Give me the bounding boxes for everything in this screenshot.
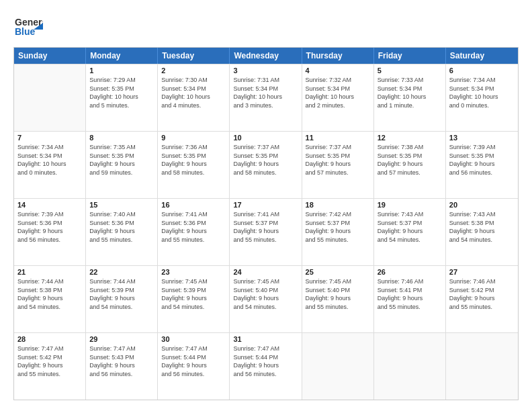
day-info: Sunrise: 7:30 AM Sunset: 5:34 PM Dayligh… xyxy=(161,76,226,109)
day-info: Sunrise: 7:42 AM Sunset: 5:37 PM Dayligh… xyxy=(306,210,370,244)
cal-cell: 6Sunrise: 7:34 AM Sunset: 5:34 PM Daylig… xyxy=(446,64,518,131)
day-number: 1 xyxy=(89,66,154,75)
calendar-body: 1Sunrise: 7:29 AM Sunset: 5:35 PM Daylig… xyxy=(14,64,518,400)
day-number: 16 xyxy=(161,201,226,209)
day-info: Sunrise: 7:35 AM Sunset: 5:35 PM Dayligh… xyxy=(89,143,154,177)
cal-cell: 16Sunrise: 7:41 AM Sunset: 5:36 PM Dayli… xyxy=(158,199,230,265)
day-info: Sunrise: 7:41 AM Sunset: 5:37 PM Dayligh… xyxy=(233,210,298,244)
week-row-3: 21Sunrise: 7:44 AM Sunset: 5:38 PM Dayli… xyxy=(14,265,518,332)
day-info: Sunrise: 7:34 AM Sunset: 5:34 PM Dayligh… xyxy=(17,143,82,177)
cal-cell: 19Sunrise: 7:43 AM Sunset: 5:37 PM Dayli… xyxy=(374,199,446,265)
day-info: Sunrise: 7:46 AM Sunset: 5:41 PM Dayligh… xyxy=(378,277,442,311)
cal-cell: 4Sunrise: 7:32 AM Sunset: 5:34 PM Daylig… xyxy=(302,64,374,131)
day-info: Sunrise: 7:44 AM Sunset: 5:39 PM Dayligh… xyxy=(89,277,154,311)
day-info: Sunrise: 7:31 AM Sunset: 5:34 PM Dayligh… xyxy=(233,76,298,109)
cal-cell: 21Sunrise: 7:44 AM Sunset: 5:38 PM Dayli… xyxy=(14,266,86,332)
cal-cell: 9Sunrise: 7:36 AM Sunset: 5:35 PM Daylig… xyxy=(158,132,230,198)
day-number: 4 xyxy=(306,66,370,75)
cal-cell: 15Sunrise: 7:40 AM Sunset: 5:36 PM Dayli… xyxy=(86,199,158,265)
day-info: Sunrise: 7:45 AM Sunset: 5:40 PM Dayligh… xyxy=(233,277,298,311)
cal-cell xyxy=(302,333,374,400)
cal-cell: 27Sunrise: 7:46 AM Sunset: 5:42 PM Dayli… xyxy=(446,266,518,332)
day-info: Sunrise: 7:47 AM Sunset: 5:44 PM Dayligh… xyxy=(233,345,298,378)
day-info: Sunrise: 7:47 AM Sunset: 5:44 PM Dayligh… xyxy=(161,345,226,378)
calendar: SundayMondayTuesdayWednesdayThursdayFrid… xyxy=(13,47,519,400)
cal-cell: 22Sunrise: 7:44 AM Sunset: 5:39 PM Dayli… xyxy=(86,266,158,332)
day-number: 13 xyxy=(449,134,515,142)
day-number: 22 xyxy=(89,268,154,276)
cal-cell: 1Sunrise: 7:29 AM Sunset: 5:35 PM Daylig… xyxy=(86,64,158,131)
cal-cell xyxy=(374,333,446,400)
day-info: Sunrise: 7:43 AM Sunset: 5:37 PM Dayligh… xyxy=(378,210,442,244)
day-number: 10 xyxy=(233,134,298,142)
cal-cell: 13Sunrise: 7:39 AM Sunset: 5:35 PM Dayli… xyxy=(446,132,518,198)
day-info: Sunrise: 7:39 AM Sunset: 5:35 PM Dayligh… xyxy=(449,143,515,177)
cal-cell: 18Sunrise: 7:42 AM Sunset: 5:37 PM Dayli… xyxy=(302,199,374,265)
day-number: 2 xyxy=(161,66,226,75)
day-info: Sunrise: 7:38 AM Sunset: 5:35 PM Dayligh… xyxy=(378,143,442,177)
cal-cell: 31Sunrise: 7:47 AM Sunset: 5:44 PM Dayli… xyxy=(230,333,302,400)
day-number: 3 xyxy=(233,66,298,75)
day-info: Sunrise: 7:45 AM Sunset: 5:40 PM Dayligh… xyxy=(306,277,370,311)
logo: General Blue xyxy=(13,11,43,40)
day-info: Sunrise: 7:29 AM Sunset: 5:35 PM Dayligh… xyxy=(89,76,154,109)
day-number: 28 xyxy=(17,335,82,343)
day-number: 25 xyxy=(306,268,370,276)
cal-cell: 11Sunrise: 7:37 AM Sunset: 5:35 PM Dayli… xyxy=(302,132,374,198)
cal-cell: 26Sunrise: 7:46 AM Sunset: 5:41 PM Dayli… xyxy=(374,266,446,332)
cal-cell: 24Sunrise: 7:45 AM Sunset: 5:40 PM Dayli… xyxy=(230,266,302,332)
cal-cell: 20Sunrise: 7:43 AM Sunset: 5:38 PM Dayli… xyxy=(446,199,518,265)
day-info: Sunrise: 7:33 AM Sunset: 5:34 PM Dayligh… xyxy=(378,76,442,109)
cal-cell: 23Sunrise: 7:45 AM Sunset: 5:39 PM Dayli… xyxy=(158,266,230,332)
day-number: 8 xyxy=(89,134,154,142)
day-number: 11 xyxy=(306,134,370,142)
header-day-wednesday: Wednesday xyxy=(230,48,302,64)
day-info: Sunrise: 7:47 AM Sunset: 5:43 PM Dayligh… xyxy=(89,345,154,378)
header-day-sunday: Sunday xyxy=(14,48,86,64)
day-number: 24 xyxy=(233,268,298,276)
day-number: 29 xyxy=(89,335,154,343)
day-info: Sunrise: 7:45 AM Sunset: 5:39 PM Dayligh… xyxy=(161,277,226,311)
day-number: 5 xyxy=(378,66,442,75)
header-day-tuesday: Tuesday xyxy=(158,48,230,64)
calendar-header: SundayMondayTuesdayWednesdayThursdayFrid… xyxy=(14,48,518,64)
day-number: 9 xyxy=(161,134,226,142)
svg-text:Blue: Blue xyxy=(15,26,36,37)
week-row-2: 14Sunrise: 7:39 AM Sunset: 5:36 PM Dayli… xyxy=(14,198,518,265)
header-day-saturday: Saturday xyxy=(446,48,518,64)
cal-cell: 12Sunrise: 7:38 AM Sunset: 5:35 PM Dayli… xyxy=(374,132,446,198)
day-info: Sunrise: 7:47 AM Sunset: 5:42 PM Dayligh… xyxy=(17,345,82,378)
day-info: Sunrise: 7:43 AM Sunset: 5:38 PM Dayligh… xyxy=(449,210,515,244)
cal-cell: 5Sunrise: 7:33 AM Sunset: 5:34 PM Daylig… xyxy=(374,64,446,131)
day-number: 20 xyxy=(449,201,515,209)
week-row-0: 1Sunrise: 7:29 AM Sunset: 5:35 PM Daylig… xyxy=(14,64,518,131)
day-info: Sunrise: 7:37 AM Sunset: 5:35 PM Dayligh… xyxy=(233,143,298,177)
day-number: 27 xyxy=(449,268,515,276)
cal-cell: 8Sunrise: 7:35 AM Sunset: 5:35 PM Daylig… xyxy=(86,132,158,198)
day-number: 30 xyxy=(161,335,226,343)
week-row-1: 7Sunrise: 7:34 AM Sunset: 5:34 PM Daylig… xyxy=(14,131,518,198)
logo-icon: General Blue xyxy=(13,11,43,40)
header-day-friday: Friday xyxy=(374,48,446,64)
day-info: Sunrise: 7:40 AM Sunset: 5:36 PM Dayligh… xyxy=(89,210,154,244)
day-number: 19 xyxy=(378,201,442,209)
day-info: Sunrise: 7:37 AM Sunset: 5:35 PM Dayligh… xyxy=(306,143,370,177)
cal-cell xyxy=(14,64,86,131)
cal-cell: 29Sunrise: 7:47 AM Sunset: 5:43 PM Dayli… xyxy=(86,333,158,400)
cal-cell: 25Sunrise: 7:45 AM Sunset: 5:40 PM Dayli… xyxy=(302,266,374,332)
day-info: Sunrise: 7:46 AM Sunset: 5:42 PM Dayligh… xyxy=(449,277,515,311)
day-info: Sunrise: 7:36 AM Sunset: 5:35 PM Dayligh… xyxy=(161,143,226,177)
page: General Blue SundayMondayTuesdayWednesda… xyxy=(0,0,532,411)
day-number: 6 xyxy=(449,66,515,75)
day-number: 7 xyxy=(17,134,82,142)
day-number: 26 xyxy=(378,268,442,276)
day-number: 14 xyxy=(17,201,82,209)
day-info: Sunrise: 7:39 AM Sunset: 5:36 PM Dayligh… xyxy=(17,210,82,244)
cal-cell: 30Sunrise: 7:47 AM Sunset: 5:44 PM Dayli… xyxy=(158,333,230,400)
day-number: 15 xyxy=(89,201,154,209)
cal-cell: 10Sunrise: 7:37 AM Sunset: 5:35 PM Dayli… xyxy=(230,132,302,198)
day-number: 17 xyxy=(233,201,298,209)
day-number: 23 xyxy=(161,268,226,276)
header: General Blue xyxy=(13,11,519,40)
day-info: Sunrise: 7:34 AM Sunset: 5:34 PM Dayligh… xyxy=(449,76,515,109)
